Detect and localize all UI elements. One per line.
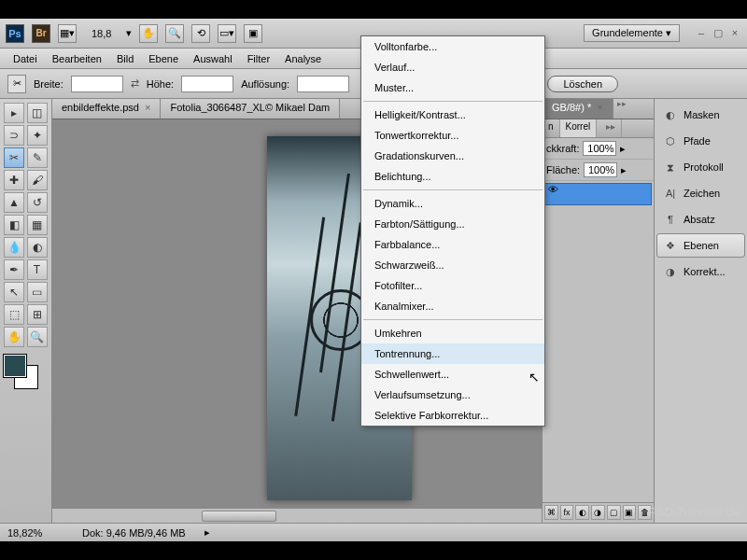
- adjustment-icon[interactable]: ◑: [591, 505, 605, 520]
- history-brush-icon[interactable]: ↺: [27, 192, 48, 213]
- menu-analyse[interactable]: Analyse: [277, 53, 329, 64]
- document-tab[interactable]: enbildeffekte.psd×: [52, 99, 161, 119]
- document-tab[interactable]: Fotolia_3066487_XL© Mikael Dam: [161, 99, 340, 119]
- panel-layers[interactable]: ❖Ebenen: [656, 233, 745, 258]
- panel-paragraph[interactable]: ¶Absatz: [656, 207, 745, 231]
- swap-icon[interactable]: ⇄: [131, 77, 139, 90]
- lasso-tool-icon[interactable]: ⊃: [4, 125, 24, 146]
- rotate-icon[interactable]: ⟲: [191, 24, 210, 43]
- width-input[interactable]: [71, 76, 123, 92]
- fx-icon[interactable]: fx: [560, 505, 574, 520]
- eraser-tool-icon[interactable]: ◧: [4, 215, 24, 235]
- restore-icon[interactable]: ▢: [712, 27, 725, 39]
- chevron-right-icon[interactable]: ▸: [620, 143, 626, 155]
- menu-datei[interactable]: Datei: [6, 53, 45, 64]
- panel-character[interactable]: A|Zeichen: [656, 181, 745, 205]
- menu-item[interactable]: Verlauf...: [361, 57, 544, 77]
- fg-color-swatch[interactable]: [4, 355, 26, 377]
- link-icon[interactable]: ⌘: [544, 505, 558, 520]
- heal-tool-icon[interactable]: ✚: [4, 170, 24, 190]
- menu-item[interactable]: Tonwertkorrektur...: [361, 125, 544, 146]
- menu-item[interactable]: Belichtung...: [361, 166, 544, 187]
- panel-tab[interactable]: Korrel: [560, 119, 598, 137]
- crop-tool-icon[interactable]: ✂: [4, 147, 24, 168]
- zoom-tool-icon[interactable]: 🔍: [27, 327, 48, 347]
- close-icon[interactable]: ×: [728, 27, 741, 39]
- color-swatches[interactable]: [4, 355, 41, 392]
- shape-tool-icon[interactable]: ▭: [27, 282, 48, 302]
- layers-panel: GB/8#) *× ▸▸ n Korrel ▸▸ ckkraft: ▸ Fläc…: [542, 99, 654, 523]
- fill-input[interactable]: [584, 162, 617, 177]
- menu-item[interactable]: Farbton/Sättigung...: [361, 214, 544, 234]
- menu-item[interactable]: Volltonfarbe...: [361, 36, 544, 57]
- gradient-tool-icon[interactable]: ▦: [27, 215, 48, 235]
- close-tab-icon[interactable]: ×: [145, 102, 150, 113]
- menu-filter[interactable]: Filter: [240, 53, 277, 64]
- 3d-cam-icon[interactable]: ⊞: [27, 304, 48, 325]
- minimize-icon[interactable]: –: [695, 27, 708, 39]
- menu-item[interactable]: Verlaufsumsetzung...: [361, 385, 544, 405]
- horizontal-scrollbar[interactable]: [52, 508, 542, 523]
- screen-mode-icon[interactable]: ▣: [244, 24, 262, 43]
- marquee-tool-icon[interactable]: ◫: [27, 103, 48, 123]
- stamp-tool-icon[interactable]: ▲: [4, 192, 24, 213]
- menu-item[interactable]: Farbbalance...: [361, 234, 544, 255]
- panel-masks[interactable]: ◐Masken: [656, 103, 745, 127]
- chevron-right-icon[interactable]: ▸: [204, 526, 210, 539]
- menu-bearbeiten[interactable]: Bearbeiten: [45, 53, 109, 64]
- layout-icon[interactable]: ▦▾: [58, 24, 77, 43]
- tab-overflow-icon[interactable]: ▸▸: [617, 99, 627, 119]
- workspace-selector[interactable]: Grundelemente ▾: [584, 24, 680, 42]
- zoom-icon[interactable]: 🔍: [165, 24, 184, 43]
- panel-paths[interactable]: ⬡Pfade: [656, 129, 745, 153]
- adjustments-icon: ◑: [663, 264, 678, 279]
- opacity-input[interactable]: [583, 141, 616, 156]
- menu-item[interactable]: Kanalmixer...: [361, 296, 544, 316]
- blur-tool-icon[interactable]: 💧: [4, 237, 24, 258]
- menu-item[interactable]: Selektive Farbkorrektur...: [361, 405, 544, 426]
- chevron-right-icon[interactable]: ▸: [621, 164, 627, 176]
- menu-item-tontrennung[interactable]: Tontrennung...: [361, 343, 544, 364]
- menu-item[interactable]: Dynamik...: [361, 193, 544, 214]
- menu-separator: [363, 319, 543, 320]
- menu-bild[interactable]: Bild: [109, 53, 141, 64]
- menu-item[interactable]: Umkehren: [361, 323, 544, 343]
- new-layer-icon[interactable]: ▣: [623, 505, 637, 520]
- menu-item[interactable]: Helligkeit/Kontrast...: [361, 105, 544, 125]
- menu-item[interactable]: Muster...: [361, 77, 544, 98]
- type-tool-icon[interactable]: T: [27, 259, 48, 280]
- path-tool-icon[interactable]: ↖: [4, 282, 24, 302]
- delete-button[interactable]: Löschen: [547, 76, 618, 92]
- menu-item[interactable]: Fotofilter...: [361, 275, 544, 296]
- brush-tool-icon[interactable]: 🖌: [27, 170, 48, 190]
- folder-icon[interactable]: ▢: [607, 505, 621, 520]
- document-tab[interactable]: GB/8#) *×: [543, 99, 613, 119]
- zoom-value[interactable]: 18,8: [84, 28, 119, 39]
- wand-tool-icon[interactable]: ✦: [27, 125, 48, 146]
- move-tool-icon[interactable]: ▸: [4, 103, 24, 123]
- layer-row[interactable]: 👁: [544, 183, 652, 205]
- panel-history[interactable]: ⧗Protokoll: [656, 155, 745, 179]
- mask-icon[interactable]: ◐: [575, 505, 589, 520]
- resolution-input[interactable]: [297, 76, 349, 92]
- 3d-tool-icon[interactable]: ⬚: [4, 304, 24, 325]
- crop-tool-icon[interactable]: ✂: [7, 75, 26, 93]
- dodge-tool-icon[interactable]: ◐: [27, 237, 48, 258]
- panel-overflow-icon[interactable]: ▸▸: [600, 119, 622, 137]
- bridge-icon[interactable]: Br: [32, 24, 50, 43]
- hand-tool-icon[interactable]: ✋: [4, 327, 24, 347]
- height-input[interactable]: [181, 76, 233, 92]
- arrange-icon[interactable]: ▭▾: [218, 24, 236, 43]
- menu-item[interactable]: Gradationskurven...: [361, 146, 544, 166]
- close-tab-icon[interactable]: ×: [597, 102, 602, 113]
- hand-icon[interactable]: ✋: [139, 24, 158, 43]
- pen-tool-icon[interactable]: ✒: [4, 259, 24, 280]
- menu-ebene[interactable]: Ebene: [141, 53, 186, 64]
- visibility-icon[interactable]: 👁: [545, 184, 560, 195]
- zoom-display[interactable]: 18,82%: [7, 527, 63, 539]
- menu-item[interactable]: Schwellenwert...: [361, 364, 544, 385]
- panel-adjustments[interactable]: ◑Korrekt...: [656, 259, 745, 284]
- eyedropper-tool-icon[interactable]: ✎: [27, 147, 48, 168]
- menu-auswahl[interactable]: Auswahl: [186, 53, 240, 64]
- menu-item[interactable]: Schwarzweiß...: [361, 255, 544, 275]
